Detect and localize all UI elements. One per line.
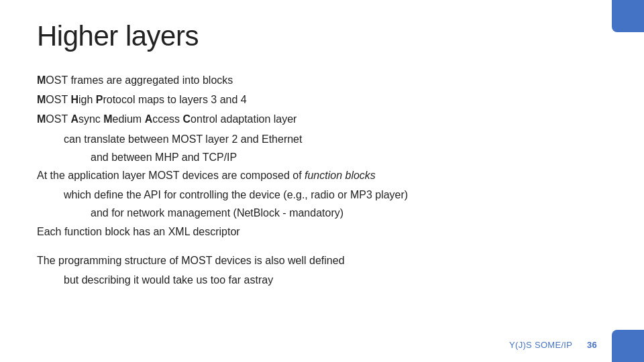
bullet-5: Each function block has an XML descripto… [37,223,607,241]
bullet-4b: and for network management (NetBlock - m… [37,204,607,222]
slide-footer: Y(J)S SOME/IP 36 [509,340,597,350]
bullet-1-bold: M [37,74,46,86]
footer-page: 36 [587,340,597,350]
slide-content: MOST frames are aggregated into blocks M… [37,71,607,289]
footer-label: Y(J)S SOME/IP [509,340,572,350]
corner-top-right-decoration [612,0,644,32]
para2-line2: but describing it would take us too far … [37,271,607,289]
bullet-4: At the application layer MOST devices ar… [37,166,607,184]
bullet-4a: which define the API for controlling the… [37,186,607,204]
slide-title: Higher layers [37,20,607,52]
bullet-2: MOST High Protocol maps to layers 3 and … [37,90,607,109]
bullet-3b: and between MHP and TCP/IP [37,148,607,166]
bullet-3: MOST Async Medium Access Control adaptat… [37,110,607,128]
bullet-3a: can translate between MOST layer 2 and E… [37,130,607,148]
slide: Higher layers MOST frames are aggregated… [0,0,644,362]
corner-bottom-right-decoration [612,330,644,362]
bullet-2-bold-m: M [37,94,46,105]
para2-line1: The programming structure of MOST device… [37,251,607,269]
paragraph-spacer [37,242,607,251]
bullet-1: MOST frames are aggregated into blocks [37,71,607,89]
